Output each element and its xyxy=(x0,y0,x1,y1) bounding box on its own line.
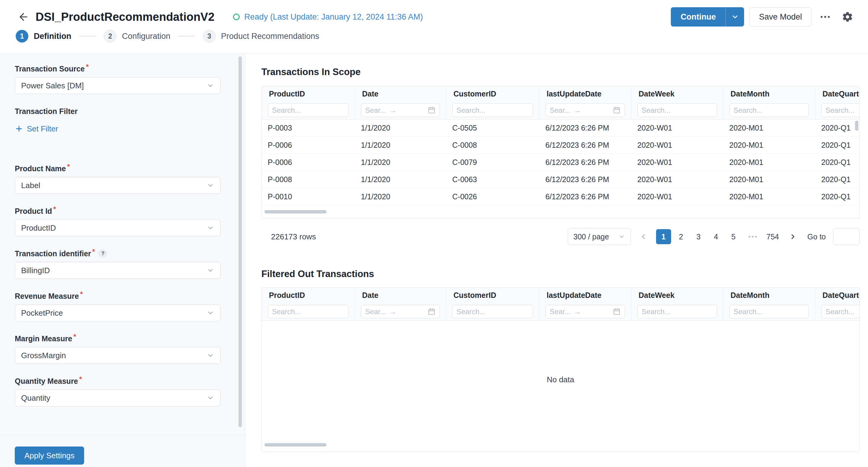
chevron-down-icon xyxy=(207,352,214,359)
select-value: Power Sales [DM] xyxy=(21,81,84,90)
search-cell-ProductID xyxy=(262,101,355,119)
step-definition[interactable]: 1 Definition xyxy=(16,30,71,42)
search-field-DateQuarter[interactable] xyxy=(826,106,860,115)
search-field-CustomerID[interactable] xyxy=(457,106,529,115)
column-header-row: ProductIDDateCustomerIDlastUpdateDateDat… xyxy=(262,288,859,303)
goto-page-input[interactable] xyxy=(833,228,860,245)
horizontal-scrollbar-thumb[interactable] xyxy=(265,443,327,446)
column-header-DateMonth[interactable]: DateMonth xyxy=(723,288,815,303)
help-icon[interactable]: ? xyxy=(99,249,107,258)
step-configuration[interactable]: 2 Configuration xyxy=(104,30,170,42)
page-ellipsis: ••• xyxy=(748,233,758,241)
column-header-DateWeek[interactable]: DateWeek xyxy=(631,86,723,101)
search-cell-DateMonth xyxy=(723,303,815,320)
search-input-ProductID[interactable] xyxy=(268,103,348,117)
page-button-last[interactable]: 754 xyxy=(765,229,780,244)
search-input-DateWeek[interactable] xyxy=(638,103,717,117)
prev-page-button[interactable] xyxy=(638,229,649,244)
search-input-Date[interactable]: → xyxy=(361,305,440,318)
search-input-DateQuarter[interactable] xyxy=(821,305,860,318)
column-header-ProductID[interactable]: ProductID xyxy=(262,86,355,101)
product-id-select[interactable]: ProductID xyxy=(15,219,220,237)
save-model-button[interactable]: Save Model xyxy=(749,7,811,27)
horizontal-scrollbar[interactable] xyxy=(262,438,859,451)
page-button-2[interactable]: 2 xyxy=(674,229,689,244)
column-header-Date[interactable]: Date xyxy=(355,86,446,101)
search-input-DateWeek[interactable] xyxy=(638,305,717,318)
calendar-icon xyxy=(428,308,436,316)
column-header-lastUpdateDate[interactable]: lastUpdateDate xyxy=(539,86,631,101)
column-header-ProductID[interactable]: ProductID xyxy=(262,288,355,303)
field-product-id: Product Id* ProductID xyxy=(15,207,230,237)
margin-measure-select[interactable]: GrossMargin xyxy=(15,347,220,364)
column-header-DateWeek[interactable]: DateWeek xyxy=(631,288,723,303)
search-field-CustomerID[interactable] xyxy=(457,308,529,316)
step-product-recommendations[interactable]: 3 Product Recommendations xyxy=(203,30,319,42)
next-page-button[interactable] xyxy=(787,229,798,244)
table-row[interactable]: P-00031/1/2020C-05056/12/2023 6:26 PM202… xyxy=(262,119,859,136)
cell-DateWeek: 2020-W01 xyxy=(631,192,723,201)
column-header-DateQuarter[interactable]: DateQuarter xyxy=(815,86,860,101)
search-field-DateWeek[interactable] xyxy=(642,308,713,316)
search-input-DateMonth[interactable] xyxy=(729,103,809,117)
cell-DateQuarter: 2020-Q1 xyxy=(815,158,860,167)
search-field-lastUpdateDate[interactable] xyxy=(550,308,573,316)
page-button-5[interactable]: 5 xyxy=(726,229,741,244)
vertical-scrollbar-thumb[interactable] xyxy=(855,121,858,131)
table-row[interactable]: P-00061/1/2020C-00796/12/2023 6:26 PM202… xyxy=(262,154,859,171)
cell-DateMonth: 2020-M01 xyxy=(723,192,815,201)
settings-button[interactable] xyxy=(839,8,856,25)
transaction-identifier-select[interactable]: BillingID xyxy=(15,262,220,279)
revenue-measure-select[interactable]: PocketPrice xyxy=(15,305,220,321)
search-field-DateWeek[interactable] xyxy=(642,106,713,115)
search-field-ProductID[interactable] xyxy=(272,308,344,316)
continue-button[interactable]: Continue xyxy=(671,7,725,27)
page-size-select[interactable]: 300 / page xyxy=(568,228,631,245)
more-options-button[interactable] xyxy=(817,8,834,25)
quantity-measure-select[interactable]: Quantity xyxy=(15,390,220,406)
label-text: Product Name xyxy=(15,164,66,173)
search-field-Date[interactable] xyxy=(365,106,389,115)
horizontal-scrollbar[interactable] xyxy=(262,205,859,218)
page-button-1[interactable]: 1 xyxy=(656,229,671,244)
column-header-lastUpdateDate[interactable]: lastUpdateDate xyxy=(539,288,631,303)
row-count: 226173 rows xyxy=(271,232,316,242)
column-header-CustomerID[interactable]: CustomerID xyxy=(446,288,539,303)
search-field-DateMonth[interactable] xyxy=(734,308,805,316)
table-row[interactable]: P-00101/1/2020C-00266/12/2023 6:26 PM202… xyxy=(262,188,859,205)
search-field-ProductID[interactable] xyxy=(272,106,344,115)
search-input-Date[interactable]: → xyxy=(361,103,440,117)
cell-Date: 1/1/2020 xyxy=(355,124,446,132)
page-button-4[interactable]: 4 xyxy=(709,229,723,244)
column-header-DateQuarter[interactable]: DateQuarter xyxy=(815,288,860,303)
column-header-DateMonth[interactable]: DateMonth xyxy=(723,86,815,101)
sidebar-scrollbar-thumb[interactable] xyxy=(239,56,242,427)
search-field-DateQuarter[interactable] xyxy=(826,308,860,316)
continue-dropdown-button[interactable] xyxy=(725,7,744,27)
field-label: Revenue Measure* xyxy=(15,291,230,301)
page-button-3[interactable]: 3 xyxy=(691,229,706,244)
set-filter-button[interactable]: Set Filter xyxy=(15,124,230,134)
transaction-source-select[interactable]: Power Sales [DM] xyxy=(15,77,220,94)
table-row[interactable]: P-00081/1/2020C-00636/12/2023 6:26 PM202… xyxy=(262,171,859,188)
search-field-lastUpdateDate[interactable] xyxy=(550,106,573,115)
column-header-CustomerID[interactable]: CustomerID xyxy=(446,86,539,101)
back-button[interactable] xyxy=(17,10,30,24)
horizontal-scrollbar-thumb[interactable] xyxy=(265,210,327,213)
search-input-DateQuarter[interactable] xyxy=(821,103,860,117)
select-value: PocketPrice xyxy=(21,308,63,318)
search-input-CustomerID[interactable] xyxy=(452,305,533,318)
column-header-Date[interactable]: Date xyxy=(355,288,446,303)
search-input-DateMonth[interactable] xyxy=(729,305,809,318)
step-connector xyxy=(79,36,96,36)
search-input-lastUpdateDate[interactable]: → xyxy=(546,103,625,117)
product-name-select[interactable]: Label xyxy=(15,177,220,194)
search-input-CustomerID[interactable] xyxy=(452,103,533,117)
required-asterisk: * xyxy=(53,205,56,213)
search-input-ProductID[interactable] xyxy=(268,305,348,318)
search-field-Date[interactable] xyxy=(365,308,389,316)
search-input-lastUpdateDate[interactable]: → xyxy=(546,305,625,318)
search-field-DateMonth[interactable] xyxy=(734,106,805,115)
apply-settings-button[interactable]: Apply Settings xyxy=(15,446,84,465)
table-row[interactable]: P-00061/1/2020C-00086/12/2023 6:26 PM202… xyxy=(262,136,859,154)
